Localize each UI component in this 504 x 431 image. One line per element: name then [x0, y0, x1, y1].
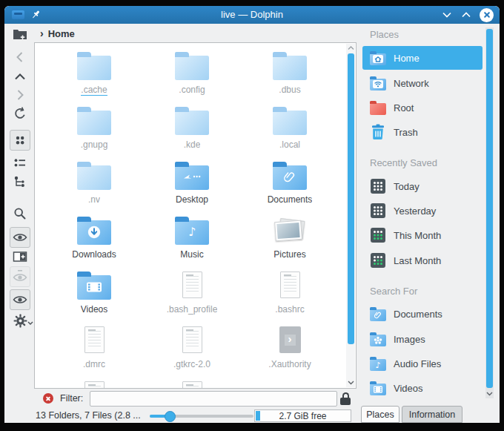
tab-places[interactable]: Places — [361, 406, 399, 423]
zoom-slider-handle[interactable] — [165, 411, 176, 422]
sidebar-item-this-month[interactable]: This Month — [362, 223, 483, 247]
settings-menu-button[interactable] — [10, 310, 30, 331]
search-icon — [13, 206, 27, 221]
file-name: .local — [279, 139, 300, 150]
filter-input[interactable] — [90, 391, 337, 407]
close-button[interactable] — [480, 8, 494, 22]
text-file-icon — [182, 326, 202, 353]
compact-view-icon — [13, 156, 27, 171]
filter-label: Filter: — [60, 393, 83, 404]
file-item[interactable]: .bash_profile — [143, 267, 241, 322]
refresh-button[interactable] — [10, 103, 30, 124]
file-grid: .cache .config .dbus .gnupg .kde — [45, 47, 339, 389]
sidebar-item-network[interactable]: Network — [362, 71, 483, 95]
file-name: .bash_profile — [167, 304, 218, 315]
search-button[interactable] — [10, 203, 30, 224]
file-name: .kde — [184, 139, 201, 150]
hidden-folder-icon — [273, 111, 307, 135]
sidebar-item-today[interactable]: Today — [362, 174, 483, 198]
file-name: .bashrc — [275, 304, 304, 315]
sidebar-item-videos[interactable]: Videos — [362, 376, 483, 400]
compact-view-button[interactable] — [10, 153, 30, 174]
file-item[interactable]: ♪ Music — [143, 212, 241, 267]
eye-icon — [13, 230, 27, 245]
scroll-down-icon[interactable] — [346, 378, 355, 387]
scrollbar-thumb[interactable] — [348, 53, 354, 344]
file-item[interactable]: .nv — [45, 157, 143, 212]
sidebar-item-home[interactable]: Home — [362, 46, 483, 70]
breadcrumb[interactable]: › Home — [40, 27, 75, 40]
file-item[interactable]: Videos — [45, 267, 143, 322]
file-item[interactable]: .kde — [143, 102, 241, 157]
zoom-slider[interactable] — [150, 409, 253, 423]
titlebar[interactable]: live — Dolphin — [4, 6, 500, 24]
scroll-up-icon[interactable] — [346, 44, 355, 53]
calendar-green-icon — [368, 251, 388, 270]
file-item-partial[interactable] — [143, 377, 241, 389]
file-item[interactable]: Pictures — [241, 212, 339, 267]
new-folder-icon — [13, 27, 27, 41]
chevron-left-icon — [13, 50, 27, 65]
home-folder-icon — [368, 48, 388, 68]
file-view[interactable]: .cache .config .dbus .gnupg .kde — [34, 42, 357, 389]
details-view-button[interactable] — [10, 171, 30, 192]
text-file-icon — [84, 381, 105, 389]
file-item[interactable]: Desktop — [143, 157, 241, 212]
hidden-folder-icon — [175, 56, 209, 80]
split-view-button[interactable] — [10, 246, 30, 267]
file-item[interactable]: .cache — [45, 47, 143, 102]
file-item[interactable]: Documents — [241, 157, 339, 212]
sidebar-item-documents[interactable]: Documents — [362, 302, 483, 326]
create-new-folder-button[interactable] — [10, 24, 30, 45]
videos-folder-icon — [368, 378, 388, 398]
up-button[interactable] — [10, 66, 30, 87]
file-item[interactable]: .local — [241, 102, 339, 157]
trash-icon — [368, 122, 388, 142]
free-space-bar: 2.7 GiB free — [254, 409, 351, 422]
window-content: › Home .cache .config .dbus — [4, 24, 500, 423]
tab-information[interactable]: Information — [402, 406, 462, 423]
icons-view-button[interactable] — [10, 130, 30, 151]
eye-icon — [13, 292, 27, 307]
sidebar-item-images[interactable]: Images — [362, 327, 483, 351]
back-button[interactable] — [10, 47, 30, 68]
lock-icon[interactable] — [340, 392, 351, 405]
hidden-files-dimmed-button[interactable] — [10, 266, 30, 287]
clear-filter-icon[interactable] — [43, 393, 53, 404]
chevron-down-icon — [27, 315, 33, 329]
sidebar-item-root[interactable]: Root — [362, 96, 483, 119]
network-folder-icon — [368, 73, 388, 93]
places-panel: Places Home Network Root — [361, 26, 498, 404]
preview-toggle-button[interactable] — [10, 227, 30, 248]
desktop-folder-icon — [175, 165, 209, 190]
calendar-icon — [368, 201, 388, 220]
places-scrollbar[interactable] — [485, 27, 494, 398]
hidden-folder-icon — [77, 56, 111, 80]
minimize-button[interactable] — [440, 9, 454, 21]
section-header-recent: Recently Saved — [370, 157, 437, 168]
file-view-scrollbar[interactable] — [346, 44, 355, 387]
file-item[interactable]: Downloads — [45, 212, 143, 267]
file-item[interactable]: › .Xauthority — [241, 322, 339, 377]
forward-button[interactable] — [10, 85, 30, 105]
documents-folder-icon — [273, 165, 307, 190]
file-name: .nv — [88, 194, 100, 205]
sidebar-item-audio-files[interactable]: ♪ Audio Files — [362, 352, 483, 375]
maximize-button[interactable] — [460, 9, 473, 21]
show-hidden-files-button[interactable] — [10, 289, 30, 310]
file-item[interactable]: .gnupg — [45, 102, 143, 157]
breadcrumb-home[interactable]: Home — [48, 28, 75, 39]
scroll-down-icon[interactable] — [485, 389, 494, 398]
scrollbar-thumb[interactable] — [486, 29, 493, 388]
file-item[interactable]: .dmrc — [45, 322, 143, 377]
sidebar-item-yesterday[interactable]: Yesterday — [362, 199, 483, 223]
file-item[interactable]: .bashrc — [241, 267, 339, 322]
file-item[interactable]: .config — [143, 47, 241, 102]
sidebar-item-last-month[interactable]: Last Month — [362, 249, 483, 272]
sidebar-item-trash[interactable]: Trash — [362, 120, 483, 144]
documents-folder-icon — [368, 304, 388, 323]
text-file-icon — [84, 326, 105, 353]
file-item[interactable]: .dbus — [241, 47, 339, 102]
file-item-partial[interactable] — [45, 377, 143, 389]
file-item[interactable]: .gtkrc-2.0 — [143, 322, 241, 377]
